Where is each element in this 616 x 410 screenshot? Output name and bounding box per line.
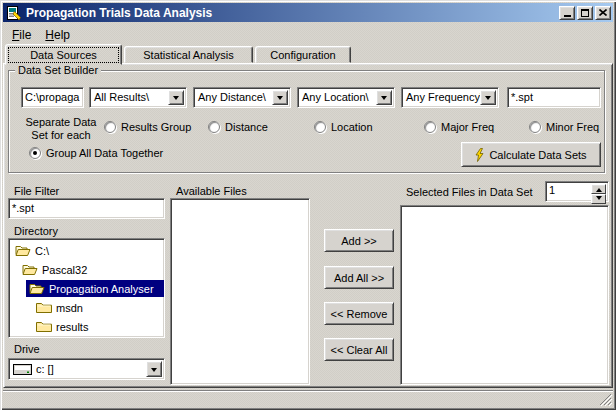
dropdown-button[interactable]	[272, 90, 288, 105]
chevron-down-icon	[173, 96, 179, 103]
close-button[interactable]	[595, 6, 611, 20]
window-title: Propagation Trials Data Analysis	[26, 6, 557, 20]
base-path-input[interactable]: C:\propaga	[21, 87, 84, 108]
radio-icon	[529, 121, 541, 133]
results-group-combobox[interactable]: All Results\	[89, 87, 187, 108]
dropdown-button[interactable]	[168, 90, 184, 105]
status-bar	[3, 390, 613, 407]
combo-value: Any Location\	[302, 91, 369, 103]
radio-icon	[29, 147, 41, 159]
dropdown-button[interactable]	[376, 90, 392, 105]
tab-statistical-analysis[interactable]: Statistical Analysis	[124, 46, 253, 63]
data-set-builder-group: Data Set Builder C:\propaga All Results\…	[8, 70, 605, 173]
separate-data-label: Separate Data Set for each	[15, 116, 107, 142]
tab-label: Data Sources	[30, 49, 97, 61]
radio-distance[interactable]: Distance	[208, 120, 268, 133]
tab-label: Statistical Analysis	[143, 49, 233, 61]
app-icon	[6, 5, 22, 21]
tab-data-sources[interactable]: Data Sources	[5, 44, 122, 65]
combo-value: Any Distance\	[198, 91, 266, 103]
radio-label: Results Group	[121, 121, 191, 133]
radio-major-freq[interactable]: Major Freq	[424, 120, 494, 133]
radio-icon	[314, 121, 326, 133]
close-icon	[599, 9, 607, 16]
frequency-combobox[interactable]: Any Frequency\	[401, 87, 499, 108]
chevron-down-icon	[381, 96, 387, 103]
group-title: Data Set Builder	[15, 64, 101, 76]
radio-icon	[104, 121, 116, 133]
maximize-icon	[581, 9, 589, 17]
combo-value: All Results\	[94, 91, 149, 103]
lightning-icon	[475, 148, 484, 162]
app-window: Propagation Trials Data Analysis File He…	[0, 0, 616, 410]
maximize-button[interactable]	[577, 6, 593, 20]
radio-results-group[interactable]: Results Group	[104, 120, 191, 133]
menu-bar: File Help	[5, 26, 77, 44]
radio-icon	[424, 121, 436, 133]
tab-label: Configuration	[270, 49, 335, 61]
chevron-down-icon	[277, 96, 283, 103]
titlebar[interactable]: Propagation Trials Data Analysis	[3, 3, 613, 22]
radio-icon	[208, 121, 220, 133]
radio-location[interactable]: Location	[314, 120, 373, 133]
button-label: Calculate Data Sets	[489, 149, 586, 161]
menu-file[interactable]: File	[5, 26, 38, 44]
extension-input[interactable]: *.spt	[507, 87, 601, 108]
radio-group-all-data[interactable]: Group All Data Together	[29, 146, 163, 159]
distance-combobox[interactable]: Any Distance\	[193, 87, 291, 108]
radio-label: Location	[331, 121, 373, 133]
location-combobox[interactable]: Any Location\	[297, 87, 395, 108]
radio-minor-freq[interactable]: Minor Freq	[529, 120, 599, 133]
radio-label: Group All Data Together	[46, 147, 163, 159]
resize-grip[interactable]	[599, 393, 612, 406]
tab-configuration[interactable]: Configuration	[255, 46, 351, 63]
chevron-down-icon	[485, 96, 491, 103]
calculate-data-sets-button[interactable]: Calculate Data Sets	[461, 142, 601, 167]
radio-label: Major Freq	[441, 121, 494, 133]
radio-label: Minor Freq	[546, 121, 599, 133]
dropdown-button[interactable]	[480, 90, 496, 105]
combo-value: Any Frequency\	[406, 91, 483, 103]
radio-label: Distance	[225, 121, 268, 133]
menu-help[interactable]: Help	[38, 26, 77, 44]
minimize-icon	[564, 15, 571, 17]
minimize-button[interactable]	[559, 6, 575, 20]
